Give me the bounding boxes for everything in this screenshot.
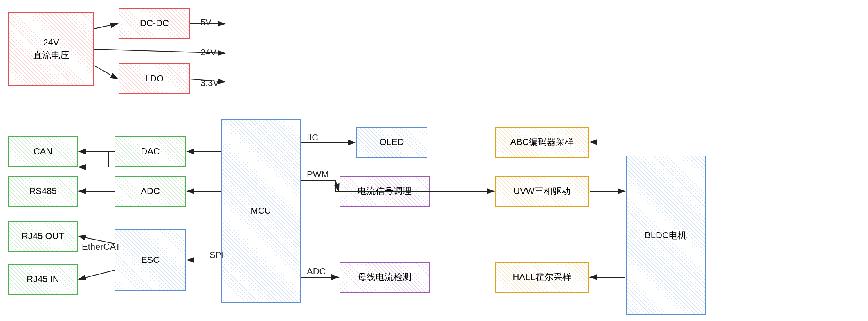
box-dc-dc: DC-DC [119, 8, 190, 39]
svg-line-5 [94, 66, 118, 79]
label-spi: SPI [209, 250, 224, 260]
label-adc: ADC [307, 266, 326, 277]
label-iic: IIC [307, 132, 318, 143]
diagram: 24V 直流电压 DC-DC LDO CAN RS485 RJ45 OUT RJ… [0, 0, 868, 321]
label-ethercat: EtherCAT [82, 242, 121, 252]
box-ldo: LDO [119, 63, 190, 94]
label-24v-out: 24V [200, 47, 216, 58]
box-can: CAN [8, 136, 78, 167]
box-power-24v: 24V 直流电压 [8, 12, 94, 86]
svg-line-15 [79, 270, 115, 279]
label-3v3: 3.3V [200, 78, 219, 88]
svg-line-18 [335, 180, 339, 191]
label-5v: 5V [200, 17, 211, 28]
box-mcu: MCU [221, 119, 301, 303]
box-abc-encoder: ABC编码器采样 [495, 127, 589, 158]
box-bus-current: 母线电流检测 [340, 262, 430, 293]
box-uvw-drive: UVW三相驱动 [495, 176, 589, 207]
box-current-signal: 电流信号调理 [340, 176, 430, 207]
box-rj45-in: RJ45 IN [8, 264, 78, 295]
box-bldc: BLDC电机 [626, 156, 706, 315]
box-rj45-out: RJ45 OUT [8, 221, 78, 252]
box-hall-sensor: HALL霍尔采样 [495, 262, 589, 293]
label-pwm: PWM [307, 169, 329, 180]
box-rs485: RS485 [8, 176, 78, 207]
box-adc-left: ADC [115, 176, 186, 207]
svg-line-2 [94, 24, 118, 29]
box-esc: ESC [115, 229, 186, 291]
box-dac: DAC [115, 136, 186, 167]
box-oled: OLED [356, 127, 427, 158]
